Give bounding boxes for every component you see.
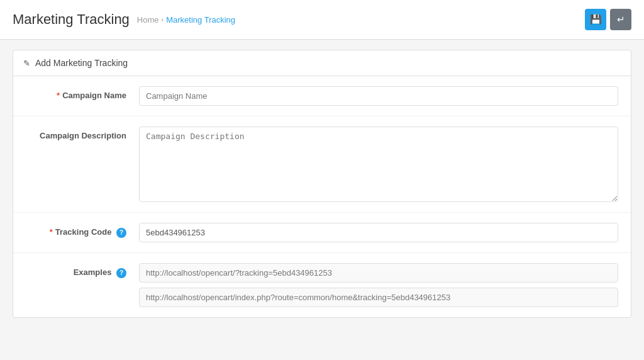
campaign-name-input[interactable]	[139, 86, 618, 106]
campaign-description-input[interactable]	[139, 127, 618, 202]
tracking-code-input[interactable]	[139, 223, 618, 242]
main-content: ✎ Add Marketing Tracking *Campaign Name …	[0, 40, 644, 328]
form-card: ✎ Add Marketing Tracking *Campaign Name …	[13, 50, 631, 318]
header-buttons: 💾 ↵	[585, 9, 631, 30]
breadcrumb-separator: ›	[162, 16, 164, 23]
campaign-name-row: *Campaign Name	[13, 76, 631, 116]
example2-input[interactable]	[139, 288, 618, 307]
examples-help-icon[interactable]: ?	[116, 268, 126, 278]
back-icon: ↵	[617, 14, 625, 25]
example1-input[interactable]	[139, 263, 618, 283]
page-title: Marketing Tracking	[13, 11, 130, 28]
campaign-description-label: Campaign Description	[26, 127, 139, 140]
back-button[interactable]: ↵	[610, 9, 631, 30]
campaign-description-row: Campaign Description	[13, 116, 631, 213]
pencil-icon: ✎	[23, 59, 30, 68]
tracking-code-row: *Tracking Code ?	[13, 213, 631, 253]
save-icon: 💾	[590, 14, 602, 25]
breadcrumb-current[interactable]: Marketing Tracking	[166, 15, 235, 25]
card-header: ✎ Add Marketing Tracking	[13, 50, 631, 76]
breadcrumb: Home › Marketing Tracking	[137, 15, 235, 25]
tracking-code-help-icon[interactable]: ?	[116, 228, 126, 238]
examples-row: Examples ?	[13, 253, 631, 317]
page-header: Marketing Tracking Home › Marketing Trac…	[0, 0, 644, 40]
card-header-label: Add Marketing Tracking	[35, 58, 128, 68]
required-star: *	[57, 91, 60, 100]
required-star-2: *	[50, 227, 53, 237]
card-body: *Campaign Name Campaign Description *Tra…	[13, 76, 631, 317]
save-button[interactable]: 💾	[585, 9, 606, 30]
examples-label: Examples ?	[26, 263, 139, 278]
tracking-code-label: *Tracking Code ?	[26, 223, 139, 238]
header-left: Marketing Tracking Home › Marketing Trac…	[13, 11, 235, 28]
campaign-name-label: *Campaign Name	[26, 86, 139, 100]
examples-fields	[139, 263, 618, 307]
breadcrumb-home[interactable]: Home	[137, 15, 159, 25]
